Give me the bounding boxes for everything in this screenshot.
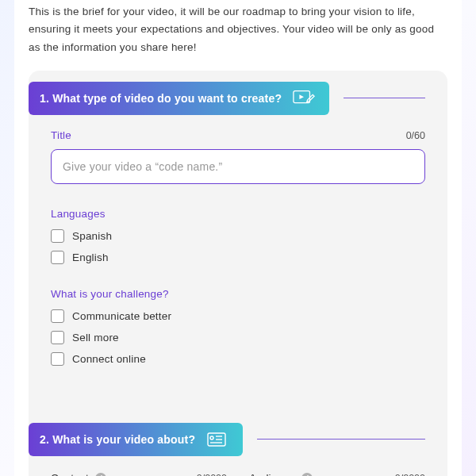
svg-point-2 bbox=[210, 436, 213, 440]
context-counter: 0/2000 bbox=[197, 473, 227, 476]
checkbox-spanish[interactable] bbox=[51, 229, 64, 243]
challenge-label: What is your challenge? bbox=[51, 288, 425, 300]
title-input[interactable] bbox=[51, 149, 425, 184]
section1-header: 1. What type of video do you want to cre… bbox=[29, 71, 447, 115]
audience-label: Audience bbox=[249, 472, 295, 476]
checkbox-communicate-label: Communicate better bbox=[72, 310, 171, 322]
section2-divider bbox=[257, 439, 425, 440]
context-label: Context bbox=[51, 472, 89, 476]
title-counter: 0/60 bbox=[406, 130, 425, 141]
checkbox-communicate[interactable] bbox=[51, 309, 64, 323]
info-icon[interactable]: i bbox=[301, 473, 313, 476]
intro-text: This is the brief for your video, it wil… bbox=[29, 0, 447, 71]
section1-divider bbox=[344, 98, 425, 98]
info-icon[interactable]: i bbox=[95, 473, 106, 476]
section2-header: 2. What is your video about? bbox=[29, 412, 447, 456]
title-label: Title bbox=[51, 129, 71, 141]
checkbox-spanish-label: Spanish bbox=[72, 230, 112, 242]
checkbox-connect[interactable] bbox=[51, 352, 64, 366]
form-card: 1. What type of video do you want to cre… bbox=[29, 71, 447, 476]
section2-title: 2. What is your video about? bbox=[40, 433, 195, 446]
video-edit-icon bbox=[293, 90, 315, 107]
document-icon bbox=[206, 431, 228, 448]
checkbox-english[interactable] bbox=[51, 251, 64, 264]
checkbox-sell[interactable] bbox=[51, 331, 64, 344]
section2-pill: 2. What is your video about? bbox=[29, 423, 243, 456]
checkbox-connect-label: Connect online bbox=[72, 353, 146, 365]
section1-title: 1. What type of video do you want to cre… bbox=[40, 92, 282, 105]
section1-pill: 1. What type of video do you want to cre… bbox=[29, 82, 329, 115]
checkbox-english-label: English bbox=[72, 251, 109, 263]
checkbox-sell-label: Sell more bbox=[72, 332, 119, 344]
audience-counter: 0/2000 bbox=[395, 473, 425, 476]
languages-label: Languages bbox=[51, 208, 425, 220]
